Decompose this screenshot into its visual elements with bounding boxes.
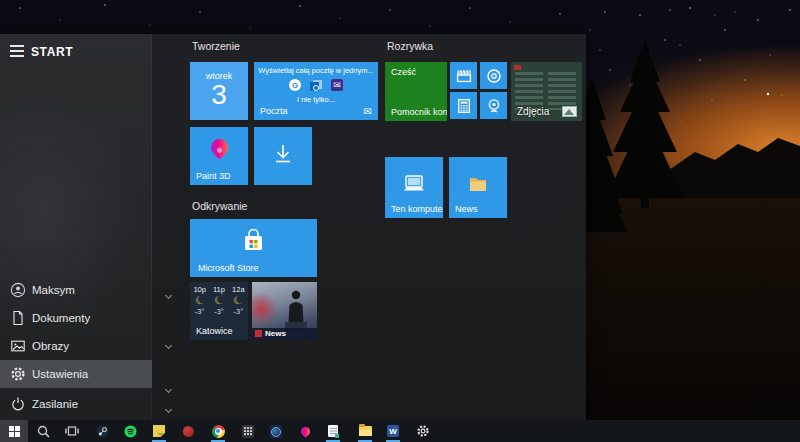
weather-city: Katowice bbox=[196, 326, 233, 336]
taskbar-settings[interactable] bbox=[411, 420, 435, 442]
3d-viewer-icon bbox=[269, 425, 282, 438]
tile-groove-music[interactable] bbox=[480, 62, 507, 89]
group-title-tworzenie: Tworzenie bbox=[192, 40, 240, 52]
hamburger-icon bbox=[10, 45, 24, 47]
tile-this-pc[interactable]: Ten komputer bbox=[385, 157, 443, 218]
tile-label: News bbox=[265, 329, 286, 338]
tile-photos[interactable]: Zdjęcia bbox=[511, 62, 582, 121]
assistant-greeting: Cześć bbox=[391, 67, 416, 77]
power-icon bbox=[10, 396, 26, 412]
film-clapper-icon bbox=[456, 69, 471, 82]
tile-calendar[interactable]: wtorek 3 bbox=[190, 62, 248, 120]
task-view-icon bbox=[65, 425, 79, 437]
calculator-icon bbox=[458, 99, 470, 113]
tile-label: Zdjęcia bbox=[517, 106, 549, 117]
photos-red-chip bbox=[514, 65, 521, 70]
search-icon bbox=[37, 425, 50, 438]
camera-icon bbox=[487, 98, 501, 113]
store-bag-icon bbox=[242, 229, 265, 253]
taskbar-search-button[interactable] bbox=[31, 420, 55, 442]
moon-icon: ☾ bbox=[193, 292, 207, 307]
document-icon bbox=[10, 310, 26, 326]
chevron-down-icon[interactable] bbox=[166, 406, 173, 413]
envelope-icon: ✉ bbox=[364, 106, 372, 117]
taskbar-file-explorer[interactable] bbox=[353, 420, 377, 442]
user-avatar-icon bbox=[10, 282, 26, 298]
calculator-icon bbox=[242, 425, 254, 438]
chevron-down-icon[interactable] bbox=[166, 386, 173, 393]
taskbar-spotify[interactable] bbox=[118, 420, 142, 442]
tile-news-folder[interactable]: News bbox=[449, 157, 507, 218]
news-red-chip bbox=[255, 330, 262, 337]
sidebar-item-user[interactable]: Maksym bbox=[0, 276, 152, 304]
gear-icon bbox=[10, 366, 26, 382]
tile-movies-tv[interactable] bbox=[450, 62, 477, 89]
moon-icon: ☾ bbox=[212, 292, 226, 307]
sidebar-item-power[interactable]: Zasilanie bbox=[0, 390, 152, 418]
outlook-icon bbox=[310, 79, 322, 91]
taskbar-notepad[interactable] bbox=[321, 420, 345, 442]
tile-microsoft-store[interactable]: Microsoft Store bbox=[190, 219, 317, 277]
photos-live-pattern bbox=[548, 72, 576, 110]
sticky-notes-icon bbox=[153, 425, 165, 437]
taskbar: W bbox=[0, 420, 800, 442]
sidebar-item-label: Dokumenty bbox=[32, 312, 90, 324]
tile-weather[interactable]: 10p ☾ -3° 11p ☾ -3° 12a ☾ -3° Katowice bbox=[190, 282, 248, 340]
task-view-button[interactable] bbox=[60, 420, 84, 442]
laptop-icon bbox=[402, 175, 426, 193]
taskbar-word[interactable]: W bbox=[381, 420, 405, 442]
tile-assistant[interactable]: Cześć Pomocnik kon... bbox=[385, 62, 447, 121]
taskbar-calculator[interactable] bbox=[236, 420, 260, 442]
mail-subline: I nie tylko... bbox=[254, 95, 378, 104]
paint3d-drop-icon bbox=[207, 135, 231, 159]
mail-account-icons: G ✉ bbox=[254, 79, 378, 91]
tile-download-app[interactable] bbox=[254, 127, 312, 185]
photos-live-pattern bbox=[515, 72, 543, 110]
sidebar-item-label: Maksym bbox=[32, 284, 75, 296]
group-title-rozrywka: Rozrywka bbox=[387, 40, 433, 52]
mail-envelope-icon: ✉ bbox=[331, 79, 343, 91]
gear-icon bbox=[416, 424, 430, 438]
windows-logo-icon bbox=[9, 426, 20, 437]
sidebar-item-documents[interactable]: Dokumenty bbox=[0, 304, 152, 332]
tile-news-live[interactable]: News bbox=[252, 282, 317, 340]
tile-paint3d[interactable]: Paint 3D bbox=[190, 127, 248, 185]
tile-label: Ten komputer bbox=[391, 204, 443, 214]
taskbar-3d-viewer[interactable] bbox=[263, 420, 287, 442]
mail-headline: Wyświetlaj całą pocztę w jednym... bbox=[258, 66, 374, 75]
sidebar-item-pictures[interactable]: Obrazy bbox=[0, 332, 152, 360]
tile-label: News bbox=[455, 204, 478, 214]
sidebar-item-settings[interactable]: Ustawienia bbox=[0, 360, 152, 388]
taskbar-sticky-notes[interactable] bbox=[147, 420, 171, 442]
steam-icon bbox=[96, 425, 109, 438]
tile-label: Pomocnik kon... bbox=[391, 107, 447, 117]
hamburger-menu-button[interactable] bbox=[10, 45, 26, 59]
download-arrow-icon bbox=[273, 144, 293, 166]
taskbar-steam[interactable] bbox=[90, 420, 114, 442]
word-icon: W bbox=[387, 425, 399, 437]
chevron-down-icon[interactable] bbox=[166, 342, 173, 349]
speaker-silhouette bbox=[283, 288, 309, 332]
start-menu-title: START bbox=[31, 45, 73, 59]
calendar-day-number: 3 bbox=[190, 79, 248, 111]
start-button[interactable] bbox=[0, 420, 28, 442]
group-title-odkrywanie: Odkrywanie bbox=[192, 200, 247, 212]
file-explorer-icon bbox=[359, 426, 372, 436]
tile-label: Microsoft Store bbox=[198, 263, 259, 273]
folder-icon bbox=[468, 175, 488, 193]
desktop: START Maksym Dokumenty Obrazy bbox=[0, 0, 800, 442]
music-disc-icon bbox=[486, 68, 501, 83]
tile-camera[interactable] bbox=[480, 92, 507, 119]
taskbar-red-app[interactable] bbox=[176, 420, 200, 442]
chevron-down-icon[interactable] bbox=[166, 292, 173, 299]
photo-thumbnail-icon bbox=[562, 106, 577, 117]
tile-mail[interactable]: Wyświetlaj całą pocztę w jednym... G ✉ I… bbox=[254, 62, 378, 120]
chrome-icon bbox=[212, 425, 225, 438]
tile-calculator[interactable] bbox=[450, 92, 477, 119]
paint3d-drop-icon bbox=[299, 425, 312, 438]
pictures-icon bbox=[10, 338, 26, 354]
taskbar-paint3d[interactable] bbox=[293, 420, 317, 442]
photo-flare bbox=[252, 292, 278, 326]
taskbar-chrome[interactable] bbox=[206, 420, 230, 442]
red-app-icon bbox=[183, 426, 194, 437]
